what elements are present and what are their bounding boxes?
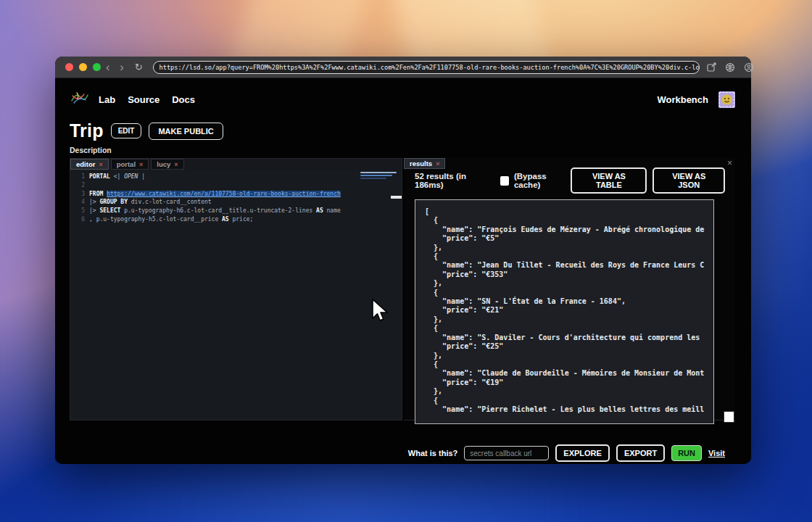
minimize-window-button[interactable] — [79, 63, 87, 71]
desktop-wallpaper: ‹ › ↻ https://lsd.so/app?query=FROM%20ht… — [0, 0, 812, 522]
nav-item-lab[interactable]: Lab — [99, 94, 115, 105]
browser-titlebar[interactable]: ‹ › ↻ https://lsd.so/app?query=FROM%20ht… — [55, 57, 751, 78]
results-close-icon[interactable]: × — [727, 158, 732, 168]
editor-pane: editor × portal × lucy × — [70, 158, 402, 420]
browser-window: ‹ › ↻ https://lsd.so/app?query=FROM%20ht… — [55, 57, 751, 464]
tab-label: lucy — [157, 160, 170, 168]
export-button[interactable]: EXPORT — [616, 444, 665, 462]
editor-minimap[interactable] — [360, 172, 398, 181]
bypass-cache-checkbox[interactable] — [500, 176, 509, 186]
edit-button[interactable]: EDIT — [111, 123, 142, 138]
tab-label: editor — [76, 160, 95, 168]
view-as-json-button[interactable]: VIEW AS JSON — [652, 167, 725, 194]
tab-label: portal — [117, 160, 136, 168]
profile-icon[interactable] — [744, 62, 754, 72]
tab-close-icon[interactable]: × — [174, 161, 178, 168]
editor-gutter: 123456 — [70, 173, 89, 224]
nav-item-docs[interactable]: Docs — [172, 94, 195, 105]
editor-code[interactable]: PORTAL <| OPEN | FROM https://www.catawi… — [89, 173, 402, 224]
tab-lucy[interactable]: lucy × — [151, 159, 183, 170]
close-window-button[interactable] — [65, 63, 73, 71]
bypass-cache-label: (Bypass cache) — [514, 172, 571, 189]
view-as-table-button[interactable]: VIEW AS TABLE — [571, 167, 647, 194]
json-output: [ { "name": "François Eudes de Mézeray -… — [415, 200, 713, 414]
globe-icon[interactable] — [725, 62, 735, 72]
forward-icon[interactable]: › — [115, 62, 128, 73]
tab-close-icon[interactable]: × — [139, 161, 143, 168]
reload-icon[interactable]: ↻ — [129, 62, 149, 72]
results-summary: 52 results (in 186ms) — [415, 172, 492, 189]
traffic-lights — [65, 63, 101, 71]
avatar[interactable] — [718, 91, 735, 108]
workbench-link[interactable]: Workbench — [657, 94, 708, 105]
json-results-viewer[interactable]: [ { "name": "François Eudes de Mézeray -… — [415, 199, 714, 424]
tab-close-icon[interactable]: × — [99, 161, 102, 168]
tab-label: results — [410, 160, 432, 167]
share-icon[interactable] — [707, 62, 716, 72]
visit-link[interactable]: Visit — [708, 449, 725, 457]
app-nav: Lab Source Docs Workbench — [70, 89, 735, 109]
run-button[interactable]: RUN — [671, 445, 702, 461]
tab-results[interactable]: results × — [404, 158, 445, 169]
what-is-this-label[interactable]: What is this? — [408, 449, 457, 457]
tab-portal[interactable]: portal × — [111, 159, 149, 170]
zoom-window-button[interactable] — [93, 63, 101, 71]
app-logo[interactable] — [70, 90, 88, 109]
code-editor[interactable]: 123456 PORTAL <| OPEN | FROM https://www… — [70, 170, 402, 420]
make-public-button[interactable]: MAKE PUBLIC — [149, 123, 223, 140]
app-page: Lab Source Docs Workbench Trip EDIT — [55, 78, 751, 464]
nav-item-source[interactable]: Source — [128, 94, 160, 105]
address-bar[interactable]: https://lsd.so/app?query=FROM%20https%3A… — [153, 61, 700, 74]
explore-button[interactable]: EXPLORE — [555, 444, 610, 462]
results-pane: results × × 52 results (in 186ms) (Bypas… — [404, 158, 735, 420]
back-icon[interactable]: ‹ — [101, 62, 115, 73]
resize-handle[interactable] — [724, 411, 734, 423]
description-label: Description — [70, 146, 112, 154]
tab-editor[interactable]: editor × — [70, 159, 109, 170]
page-title: Trip — [70, 120, 104, 141]
tab-close-icon[interactable]: × — [436, 160, 439, 167]
minimap-slider[interactable] — [391, 196, 402, 199]
secrets-callback-url-input[interactable] — [464, 446, 549, 460]
